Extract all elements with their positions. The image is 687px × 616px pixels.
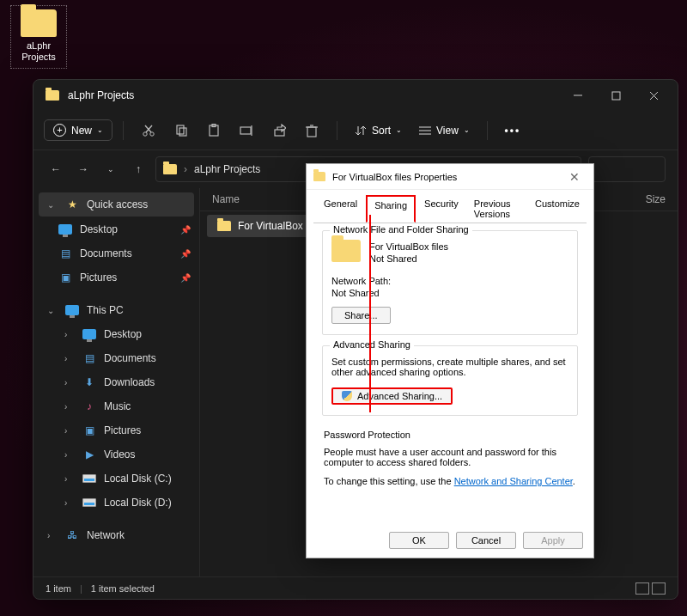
view-details-button[interactable] [635,582,649,595]
sidebar-item-label: Local Disk (C:) [104,473,172,485]
pin-icon: 📌 [180,225,191,235]
network-sharing-center-link[interactable]: Network and Sharing Center [454,476,573,486]
chevron-down-icon: ⌄ [47,200,58,210]
sidebar-item-label: Local Disk (D:) [104,497,172,509]
chevron-right-icon: › [64,474,75,484]
sidebar: ⌄ ★ Quick access Desktop 📌 ▤ Documents 📌… [33,188,200,576]
disk-icon [82,496,97,509]
dialog-buttons: OK Cancel Apply [307,523,593,558]
sidebar-network[interactable]: › 🖧 Network [33,523,199,547]
group-title: Network File and Folder Sharing [330,224,472,235]
dialog-title: For VirtualBox files Properties [332,172,457,182]
svg-rect-8 [177,125,184,134]
desktop-icon-label: aLphr Projects [13,40,64,63]
sidebar-item-label: Downloads [104,376,155,388]
sidebar-item-label: Pictures [80,271,117,284]
chevron-down-icon[interactable]: ⌄ [100,159,121,180]
svg-line-7 [145,125,151,132]
chevron-right-icon: › [64,378,75,387]
music-icon: ♪ [82,399,97,413]
share-button[interactable] [264,118,294,143]
tab-sharing[interactable]: Sharing [366,195,416,223]
sidebar-item-pictures-pc[interactable]: ›▣Pictures [33,418,199,442]
search-input[interactable] [588,156,666,182]
view-large-button[interactable] [652,582,666,595]
delete-button[interactable] [297,118,326,143]
sidebar-item-pictures[interactable]: ▣ Pictures 📌 [33,265,199,290]
documents-icon: ▤ [58,247,73,260]
share-button[interactable]: Share... [331,307,391,324]
advanced-sharing-button[interactable]: Advanced Sharing... [331,387,453,405]
sidebar-item-label: Documents [104,352,156,364]
back-button[interactable]: ← [46,159,66,180]
folder-icon [331,240,361,262]
more-button[interactable]: ••• [498,125,527,137]
toolbar: + New ⌄ Sort ⌄ View ⌄ ••• [33,111,678,150]
sidebar-item-label: Network [87,529,125,541]
sidebar-item-label: Videos [104,448,135,460]
rename-button[interactable] [232,118,261,143]
tab-previous[interactable]: Previous Versions [467,195,526,223]
downloads-icon: ⬇ [82,375,97,389]
pictures-icon: ▣ [58,271,73,284]
window-title: aLphr Projects [68,89,134,101]
share-name: For VirtualBox files [369,241,448,252]
close-button[interactable] [635,82,672,108]
sidebar-this-pc[interactable]: ⌄ This PC [33,298,199,322]
minimize-button[interactable] [559,82,597,108]
sort-label: Sort [372,125,391,137]
sidebar-quick-access[interactable]: ⌄ ★ Quick access [39,192,194,217]
pc-icon [64,303,80,317]
sidebar-item-documents[interactable]: ▤ Documents 📌 [33,241,199,265]
breadcrumb-path: aLphr Projects [194,163,260,175]
svg-line-6 [146,125,152,132]
ok-button[interactable]: OK [389,532,449,549]
videos-icon: ▶ [82,448,97,461]
maximize-button[interactable] [597,82,635,108]
copy-button[interactable] [167,118,196,143]
sidebar-item-videos[interactable]: ›▶Videos [33,442,199,467]
dialog-titlebar[interactable]: For VirtualBox files Properties ✕ [307,164,593,190]
folder-icon [46,90,59,101]
sidebar-item-desktop-pc[interactable]: ›Desktop [33,322,199,346]
column-size[interactable]: Size [646,193,666,205]
group-network-sharing: Network File and Folder Sharing For Virt… [322,230,578,335]
separator [337,121,337,140]
tab-general[interactable]: General [317,195,364,223]
sidebar-item-disk-d[interactable]: ›Local Disk (D:) [33,491,199,515]
sidebar-item-documents-pc[interactable]: ›▤Documents [33,346,199,370]
tab-security[interactable]: Security [417,195,465,223]
star-icon: ★ [64,198,80,211]
titlebar[interactable]: aLphr Projects [33,80,678,111]
sort-button[interactable]: Sort ⌄ [348,121,409,140]
folder-icon [163,164,177,174]
folder-icon [217,221,231,231]
tab-body: Network File and Folder Sharing For Virt… [313,223,587,523]
sidebar-item-label: Pictures [104,424,141,436]
sidebar-item-desktop[interactable]: Desktop 📌 [33,217,199,241]
sidebar-item-music[interactable]: ›♪Music [33,394,199,418]
sidebar-item-label: Desktop [80,223,118,235]
sidebar-item-label: Music [104,400,131,412]
sidebar-item-disk-c[interactable]: ›Local Disk (C:) [33,467,199,491]
view-button[interactable]: View ⌄ [412,121,477,140]
pin-icon: 📌 [180,273,191,283]
cancel-button[interactable]: Cancel [456,532,516,549]
desktop-folder-alphr[interactable]: aLphr Projects [10,5,67,69]
apply-button[interactable]: Apply [523,532,583,549]
chevron-right-icon: › [64,450,75,460]
chevron-down-icon: ⌄ [464,126,470,134]
sidebar-item-label: Quick access [87,198,148,210]
chevron-right-icon: › [64,330,75,339]
status-bar: 1 item | 1 item selected [33,576,678,599]
sidebar-item-downloads[interactable]: ›⬇Downloads [33,370,199,394]
forward-button[interactable]: → [73,159,94,180]
close-button[interactable]: ✕ [562,168,587,186]
sidebar-item-label: Documents [80,247,132,259]
cut-button[interactable] [134,118,163,143]
svg-point-5 [150,131,154,135]
tab-customize[interactable]: Customize [528,195,587,223]
paste-button[interactable] [199,118,228,143]
up-button[interactable]: ↑ [128,159,149,180]
new-button[interactable]: + New ⌄ [44,119,112,141]
